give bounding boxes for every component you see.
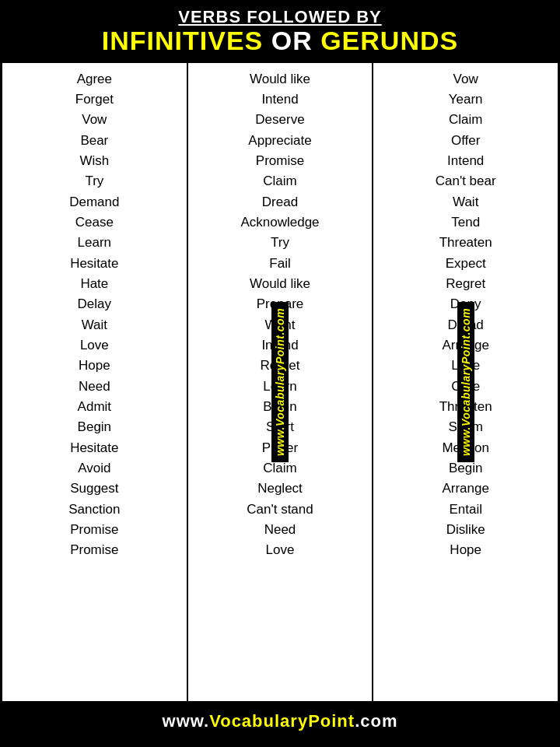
list-item: Hope [450, 540, 481, 560]
list-item: Tend [451, 212, 480, 233]
list-item: Agree [77, 69, 112, 89]
header-line2: INFINITIVES OR GERUNDS [8, 26, 552, 55]
list-item: Acknowledge [240, 212, 319, 233]
list-item: Arrange [442, 479, 488, 499]
list-item: Dread [262, 192, 298, 212]
list-item: Love [80, 335, 109, 356]
list-item: Need [264, 520, 296, 540]
list-item: Demand [69, 192, 119, 212]
list-item: Claim [449, 110, 482, 130]
list-item: Would like [250, 274, 310, 294]
list-item: Vow [453, 69, 478, 89]
list-item: Fail [269, 254, 290, 274]
list-item: Try [271, 233, 289, 253]
list-item: Regret [446, 274, 485, 294]
column-middle: Would likeIntendDeserveAppreciatePromise… [187, 63, 374, 701]
list-item: Learn [78, 233, 111, 253]
list-item: Can't stand [247, 500, 313, 520]
list-item: Try [85, 171, 103, 191]
footer-www: www. [163, 711, 210, 731]
list-item: Delay [78, 294, 111, 314]
list-item: Entail [449, 500, 482, 520]
list-item: Claim [263, 171, 296, 191]
header: VERBS FOLLOWED BY INFINITIVES OR GERUNDS [0, 0, 560, 61]
list-item: Wait [82, 315, 107, 335]
list-item: Forget [75, 89, 114, 110]
column-left: AgreeForgetVowBearWishTryDemandCeaseLear… [2, 63, 187, 701]
list-item: Begin [78, 417, 111, 437]
list-item: Expect [446, 254, 486, 274]
list-item: Vow [82, 110, 107, 130]
list-item: Threaten [439, 233, 492, 253]
list-item: Appreciate [248, 131, 311, 151]
list-item: Promise [70, 520, 118, 540]
list-item: Intend [261, 89, 298, 110]
main-content: AgreeForgetVowBearWishTryDemandCeaseLear… [2, 63, 558, 701]
infinitives-label: INFINITIVES [102, 26, 263, 55]
list-item: Suggest [70, 479, 118, 499]
or-label: OR [263, 26, 320, 55]
footer-com: .com [355, 711, 397, 731]
list-item: Love [266, 540, 295, 560]
gerunds-label: GERUNDS [320, 26, 458, 55]
list-item: Intend [447, 151, 484, 171]
list-item: Can't bear [436, 171, 496, 191]
list-item: Yearn [449, 89, 483, 110]
footer: www.VocabularyPoint.com [2, 703, 558, 739]
list-item: Wish [79, 151, 109, 171]
list-item: Promise [70, 540, 118, 560]
list-item: Hesitate [70, 254, 118, 274]
list-item: Offer [451, 131, 480, 151]
list-item: Avoid [78, 458, 110, 479]
list-item: Admit [78, 397, 111, 417]
list-item: Promise [256, 151, 304, 171]
footer-vocab: VocabularyPoint [209, 711, 355, 731]
list-item: Cease [75, 212, 114, 233]
footer-text: www.VocabularyPoint.com [2, 711, 558, 731]
list-item: Would like [250, 69, 310, 89]
list-item: Sanction [68, 500, 120, 520]
list-item: Hesitate [70, 438, 118, 458]
watermark-middle: www.VocabularyPoint.com [271, 301, 289, 461]
list-item: Hope [79, 356, 110, 376]
column-right: VowYearnClaimOfferIntendCan't bearWaitTe… [373, 63, 558, 701]
list-item: Wait [453, 192, 478, 212]
list-item: Hate [80, 274, 108, 294]
list-item: Bear [80, 131, 108, 151]
list-item: Dislike [446, 520, 485, 540]
list-item: Neglect [257, 479, 303, 499]
header-line1: VERBS FOLLOWED BY [8, 8, 552, 26]
watermark-right: www.VocabularyPoint.com [457, 301, 474, 461]
list-item: Need [79, 377, 110, 397]
list-item: Deserve [255, 110, 304, 130]
